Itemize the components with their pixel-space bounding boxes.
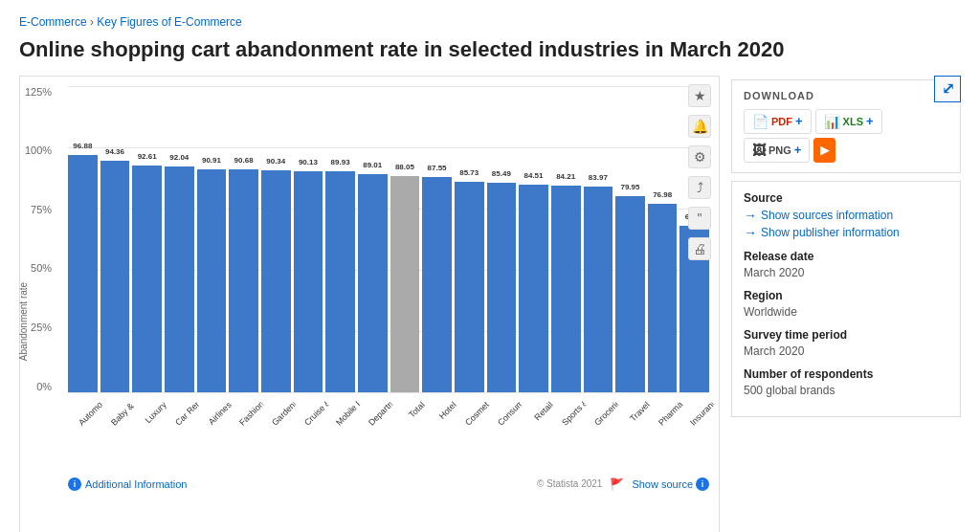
pdf-label: PDF [771,116,792,127]
bar-value-label: 87.55 [428,164,447,172]
additional-info-link[interactable]: i Additional Information [68,477,187,491]
bar-cosmetics[interactable]: 85.73 [455,182,484,391]
bar-airlines[interactable]: 90.91 [197,169,227,392]
xls-download-button[interactable]: 📊 XLS + [815,109,882,134]
bar-travel[interactable]: 79.95 [615,196,645,392]
bar-wrapper: 79.95 [615,86,645,392]
bar-mobile-providers[interactable]: 89.93 [325,171,355,391]
quote-icon[interactable]: " [688,207,711,230]
right-panel: ⤢ DOWNLOAD 📄 PDF + 📊 XLS + [731,76,961,532]
bar-cruise--ferry[interactable]: 90.13 [294,171,323,392]
bar-wrapper: 90.68 [229,86,258,392]
bar-value-label: 85.49 [492,169,511,178]
bar-hotel[interactable]: 87.55 [422,177,452,391]
bell-icon[interactable]: 🔔 [688,115,711,138]
png-download-button[interactable]: 🖼 PNG + [744,138,810,163]
bar-wrapper: 90.34 [261,86,291,392]
bar-wrapper: 84.51 [519,86,548,392]
x-axis-labels: AutomotiveBaby & ChildLuxuryCar RentalAi… [68,400,709,467]
survey-period-value: March 2020 [744,344,948,358]
pdf-download-button[interactable]: 📄 PDF + [744,109,812,134]
download-section: DOWNLOAD 📄 PDF + 📊 XLS + 🖼 PNG [731,79,961,173]
bar-value-label: 92.61 [138,152,157,161]
chart-icons: ★ 🔔 ⚙ ⤴ " 🖨 [688,84,711,260]
bar-value-label: 92.04 [169,153,189,162]
bar-wrapper: 90.91 [197,86,227,392]
bar-wrapper: 84.21 [551,86,581,392]
main-content: Abandonment rate 125% 100% 75% 50% 25% 0… [19,76,961,532]
copyright-text: © Statista 2021 [537,478,603,489]
show-publisher-info-link[interactable]: → Show publisher information [744,225,948,240]
arrow-publisher-icon: → [744,225,757,240]
bar-value-label: 90.91 [202,156,221,165]
y-axis-labels: 125% 100% 75% 50% 25% 0% [25,86,52,392]
survey-period-label: Survey time period [744,328,948,342]
bar-car-rental[interactable]: 92.04 [165,166,194,392]
grid-line-0 [68,392,709,393]
bar-value-label: 96.88 [73,142,92,150]
share-icon[interactable]: ⤴ [688,176,711,199]
info-section: Source → Show sources information → Show… [731,181,961,417]
info-circle-icon: i [68,477,81,491]
bar-sports--outdoor[interactable]: 84.21 [551,186,581,392]
region-label: Region [744,289,948,302]
flag-icon: 🚩 [610,477,624,491]
bar-value-label: 90.34 [266,157,285,166]
bar-wrapper: 76.98 [648,86,678,392]
expand-button[interactable]: ⤢ [934,76,961,102]
bar-total[interactable]: 88.05 [390,176,420,391]
show-source-link[interactable]: Show source i [632,477,709,491]
bar-value-label: 90.68 [234,156,254,165]
chart-footer: i Additional Information © Statista 2021… [68,474,709,491]
respondents-row: Number of respondents 500 global brands [744,367,948,397]
org-icon: ▶ [820,144,829,157]
bar-value-label: 84.51 [524,171,544,180]
bar-wrapper: 83.97 [584,86,613,392]
source-label: Source [744,191,948,205]
source-row: Source → Show sources information → Show… [744,191,948,240]
gear-icon[interactable]: ⚙ [688,145,711,168]
pdf-icon: 📄 [752,114,768,129]
bar-wrapper: 87.55 [422,86,452,392]
show-sources-info-link[interactable]: → Show sources information [744,208,948,223]
breadcrumb: E-Commerce › Key Figures of E-Commerce [19,15,961,29]
bar-wrapper: 88.05 [390,86,420,392]
bar-value-label: 79.95 [620,183,639,191]
bar-value-label: 76.98 [653,190,672,199]
bar-luxury[interactable]: 92.61 [132,166,162,392]
png-label: PNG [768,144,791,156]
additional-info-label: Additional Information [85,478,187,490]
bar-groceries[interactable]: 83.97 [584,187,613,392]
star-icon[interactable]: ★ [688,84,711,107]
bar-wrapper: 96.88 [68,86,98,392]
bar-consumer-electronics[interactable]: 85.49 [487,183,517,392]
bar-wrapper: 85.49 [487,86,517,392]
bar-wrapper: 90.13 [294,86,323,392]
breadcrumb-ecommerce[interactable]: E-Commerce [19,15,87,29]
xls-label: XLS [843,116,863,127]
bar-value-label: 83.97 [589,173,608,182]
bar-automotive[interactable]: 96.88 [68,155,98,392]
bar-value-label: 89.93 [331,158,350,166]
xls-icon: 📊 [824,114,840,129]
show-source-label: Show source [632,478,693,490]
breadcrumb-key-figures[interactable]: Key Figures of E-Commerce [97,15,241,29]
page-title: Online shopping cart abandonment rate in… [19,36,961,64]
respondents-label: Number of respondents [744,367,948,381]
bars-container: 96.8894.3692.6192.0490.9190.6890.3490.13… [68,86,709,392]
bar-fashion[interactable]: 90.68 [229,169,258,391]
bar-wrapper: 89.93 [325,86,355,392]
bar-department-store[interactable]: 89.01 [358,174,388,392]
release-date-row: Release date March 2020 [744,250,948,279]
bar-value-label: 88.05 [395,163,414,171]
bar-value-label: 90.13 [299,158,318,166]
bar-retail[interactable]: 84.51 [519,185,548,391]
chart-inner: 125% 100% 75% 50% 25% 0% 96.8894.3692.61… [68,86,709,392]
bar-pharmaceutical[interactable]: 76.98 [648,204,678,392]
bar-gardening--diy[interactable]: 90.34 [261,170,291,391]
org-download-button[interactable]: ▶ [813,138,835,163]
print-icon[interactable]: 🖨 [688,237,711,260]
bar-value-label: 94.36 [105,147,124,156]
bar-baby--child[interactable]: 94.36 [100,161,130,392]
show-sources-info-text: Show sources information [761,209,893,222]
